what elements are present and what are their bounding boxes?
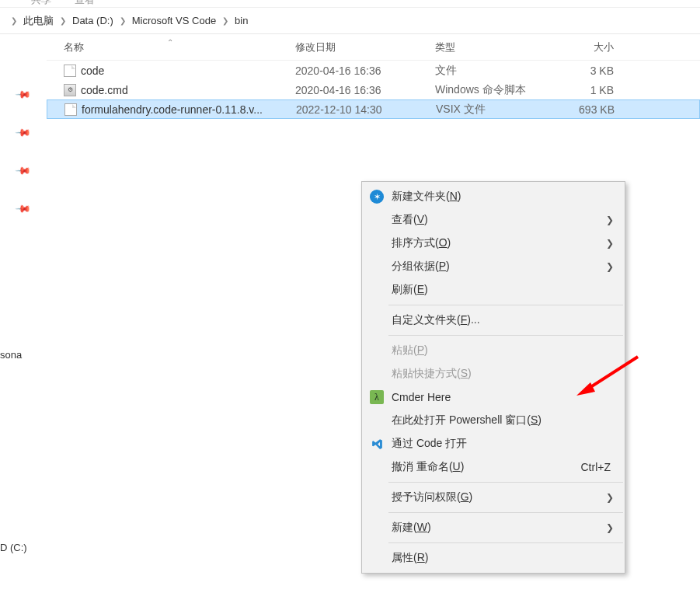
file-size: 3 KB — [552, 65, 629, 77]
chevron-right-icon[interactable]: ❯ — [11, 16, 17, 25]
ctx-paste-shortcut: 粘贴快捷方式(S) — [362, 362, 625, 385]
chevron-right-icon[interactable]: ❯ — [120, 16, 126, 25]
file-type: 文件 — [435, 64, 552, 78]
ctx-view[interactable]: 查看(V) ❯ — [362, 208, 625, 232]
breadcrumb-segment[interactable]: Microsoft VS Code — [131, 13, 218, 28]
vscode-icon — [370, 437, 384, 451]
ctx-customise-folder[interactable]: 自定义文件夹(F)... — [362, 309, 625, 332]
file-size: 1 KB — [552, 84, 629, 96]
chevron-right-icon: ❯ — [606, 238, 614, 249]
breadcrumb-segment[interactable]: bin — [233, 13, 249, 28]
file-name: code.cmd — [81, 84, 128, 96]
pin-icon: 📌 — [15, 201, 32, 218]
sidebar-drive-label[interactable]: D (C:) — [0, 542, 27, 553]
ctx-paste: 粘贴(P) — [362, 339, 625, 362]
pin-icon: 📌 — [15, 124, 32, 141]
context-menu: ✶ 新建文件夹(N) 查看(V) ❯ 排序方式(O) ❯ 分组依据(P) ❯ 刷… — [361, 181, 625, 574]
chevron-right-icon[interactable]: ❯ — [60, 16, 66, 25]
quick-access-sidebar: 📌 📌 📌 📌 sona D (C:) — [0, 34, 47, 593]
file-row[interactable]: code2020-04-16 16:36文件3 KB — [47, 61, 700, 80]
ribbon-remnant: 共享 查看 — [0, 0, 700, 8]
pin-icon: 📌 — [15, 162, 32, 180]
file-date: 2022-12-10 14:30 — [296, 103, 436, 116]
breadcrumb[interactable]: ❯ 此电脑 ❯ Data (D:) ❯ Microsoft VS Code ❯ … — [0, 8, 700, 34]
column-header-type[interactable]: 类型 — [435, 40, 552, 54]
column-header-date[interactable]: 修改日期 — [295, 40, 435, 54]
ctx-undo-rename[interactable]: 撤消 重命名(U) Ctrl+Z — [362, 455, 625, 479]
shortcut-label: Ctrl+Z — [581, 461, 611, 473]
ctx-refresh[interactable]: 刷新(E) — [362, 278, 625, 302]
ctx-open-powershell[interactable]: 在此处打开 Powershell 窗口(S) — [362, 409, 625, 432]
file-date: 2020-04-16 16:36 — [295, 65, 435, 77]
file-row[interactable]: formulahendry.code-runner-0.11.8.v...202… — [47, 99, 700, 119]
column-header-size[interactable]: 大小 — [552, 40, 629, 54]
ctx-properties[interactable]: 属性(R) — [362, 546, 625, 570]
column-headers[interactable]: 名称 ⌃ 修改日期 类型 大小 — [47, 34, 700, 61]
sidebar-label: sona — [0, 349, 22, 361]
column-header-name[interactable]: 名称 ⌃ — [47, 40, 295, 54]
ctx-sort[interactable]: 排序方式(O) ❯ — [362, 232, 625, 255]
ctx-new-folder[interactable]: ✶ 新建文件夹(N) — [362, 185, 625, 208]
ctx-grant-access[interactable]: 授予访问权限(G) ❯ — [362, 486, 625, 509]
chevron-right-icon[interactable]: ❯ — [222, 16, 228, 25]
file-name: code — [81, 65, 104, 77]
file-size: 693 KB — [552, 103, 630, 116]
cmder-icon: λ — [370, 390, 384, 404]
breadcrumb-segment[interactable]: Data (D:) — [71, 13, 115, 28]
file-row[interactable]: ⚙code.cmd2020-04-16 16:36Windows 命令脚本1 K… — [47, 80, 700, 99]
file-name: formulahendry.code-runner-0.11.8.v... — [82, 103, 263, 116]
ctx-open-with-code[interactable]: 通过 Code 打开 — [362, 432, 625, 455]
chevron-right-icon: ❯ — [606, 215, 614, 225]
file-icon — [64, 65, 76, 77]
separator — [388, 542, 623, 543]
file-type: VSIX 文件 — [436, 103, 552, 117]
separator — [388, 305, 623, 305]
separator — [388, 512, 623, 513]
ctx-cmder-here[interactable]: λ Cmder Here — [362, 385, 625, 409]
file-icon — [64, 103, 77, 116]
file-date: 2020-04-16 16:36 — [295, 84, 435, 96]
sort-ascending-icon: ⌃ — [167, 38, 173, 47]
separator — [388, 335, 623, 336]
file-icon: ⚙ — [64, 84, 76, 96]
chevron-right-icon: ❯ — [606, 261, 614, 272]
breadcrumb-segment[interactable]: 此电脑 — [22, 12, 55, 30]
pin-icon: 📌 — [15, 86, 32, 103]
ctx-new[interactable]: 新建(W) ❯ — [362, 516, 625, 539]
new-folder-icon: ✶ — [370, 190, 384, 204]
chevron-right-icon: ❯ — [606, 492, 614, 503]
file-type: Windows 命令脚本 — [435, 83, 552, 97]
separator — [388, 482, 623, 483]
ctx-group[interactable]: 分组依据(P) ❯ — [362, 255, 625, 278]
chevron-right-icon: ❯ — [606, 522, 614, 533]
